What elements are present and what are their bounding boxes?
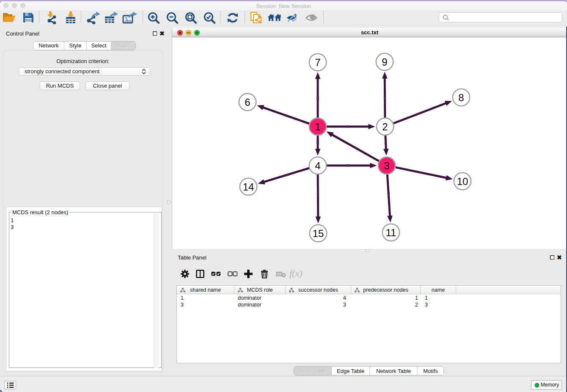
svg-text:7: 7 [315,57,320,68]
svg-text:11: 11 [386,227,396,238]
svg-text:8: 8 [458,92,464,103]
svg-text:10: 10 [457,176,468,187]
svg-text:15: 15 [313,228,324,239]
svg-text:2: 2 [382,121,388,133]
svg-text:6: 6 [245,97,250,108]
svg-text:1: 1 [315,121,320,133]
svg-text:4: 4 [315,160,320,171]
svg-text:14: 14 [243,181,254,193]
svg-text:9: 9 [382,56,387,68]
svg-text:3: 3 [384,160,389,171]
